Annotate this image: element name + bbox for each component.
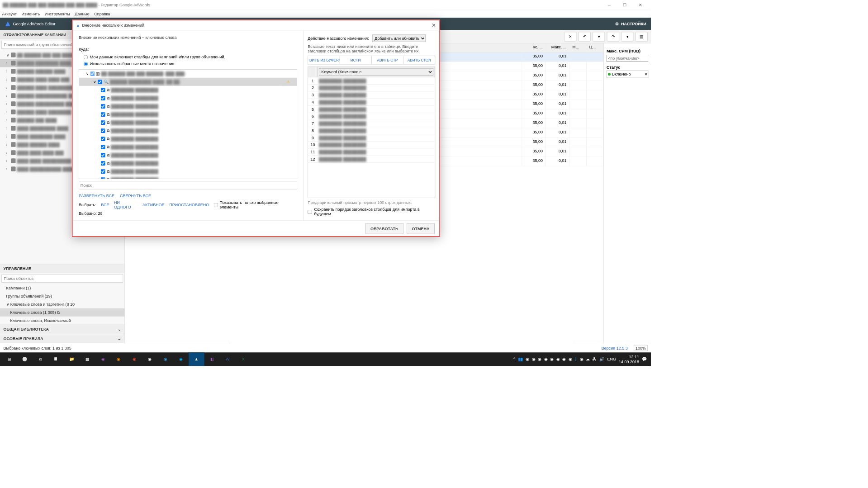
select-none-link[interactable]: НИ ОДНОГО (114, 200, 138, 210)
tree-item[interactable]: ⧉ ████████ ████████ (79, 86, 297, 94)
tree-item[interactable]: ⧉ ████████ ████████ (79, 127, 297, 135)
taskview-icon[interactable]: ⧉ (33, 352, 48, 366)
status-select[interactable]: Включено▾ (607, 71, 648, 78)
telegram-icon[interactable]: ◉ (157, 352, 173, 366)
keyword-row[interactable]: 11████████ ████████ (308, 149, 435, 156)
menu-data[interactable]: Данные (75, 12, 90, 17)
library-title[interactable]: ОБЩАЯ БИБЛИОТЕКА⌄ (0, 325, 124, 334)
menu-account[interactable]: Аккаунт (2, 12, 17, 17)
keyword-row[interactable]: 10████████ ████████ (308, 142, 435, 149)
close-tool-button[interactable]: ✕ (564, 32, 576, 41)
explorer-icon[interactable]: 📁 (64, 352, 80, 366)
tree-item[interactable]: ⧉ ████████ ████████ (79, 175, 297, 179)
calculator-icon[interactable]: 🖩 (48, 352, 64, 366)
tree-item[interactable]: ⧉ ████████ ████████ (79, 135, 297, 143)
app-icon[interactable]: ◧ (204, 352, 220, 366)
tree-item[interactable]: ⧉ ████████ ████████ (79, 110, 297, 118)
adwords-task-icon[interactable]: ▲ (189, 352, 204, 366)
tray-people-icon[interactable]: 👥 (518, 357, 523, 362)
keyword-header-select[interactable]: Keyword (Ключевое с (319, 68, 433, 76)
sticky-icon[interactable]: ▦ (80, 352, 95, 366)
keyword-row[interactable]: 8████████ ████████ (308, 127, 435, 134)
keyword-row[interactable]: 12████████ ████████ (308, 156, 435, 163)
maximize-button[interactable]: ☐ (617, 0, 633, 10)
tray-icon[interactable]: ◉ (562, 357, 566, 362)
tray-icon[interactable]: ◉ (569, 357, 572, 362)
tree-item[interactable]: ⧉ ████████ ████████ (79, 94, 297, 102)
yandex-icon[interactable]: ◉ (126, 352, 142, 366)
tray-icon[interactable]: ◉ (550, 357, 554, 362)
mgmt-campaigns[interactable]: Кампании (1) (0, 284, 124, 292)
cancel-button[interactable]: ОТМЕНА (407, 223, 435, 234)
chrome-icon[interactable]: ◉ (142, 352, 158, 366)
tree-item[interactable]: ⧉ ████████ ████████ (79, 151, 297, 159)
tree-item[interactable]: ⧉ ████████ ████████ (79, 143, 297, 151)
zoom-indicator[interactable]: 100% (634, 345, 648, 351)
keyword-row[interactable]: 1████████ ████████ (308, 77, 435, 85)
radio-my-data[interactable]: Мои данные включают столбцы для кампаний… (84, 55, 298, 60)
tray-network-icon[interactable]: 🖧 (593, 357, 597, 362)
keyword-row[interactable]: 6████████ ████████ (308, 113, 435, 120)
keyword-row[interactable]: 4████████ ████████ (308, 99, 435, 106)
minimize-button[interactable]: ─ (602, 0, 617, 10)
expand-all-link[interactable]: РАЗВЕРНУТЬ ВСЕ (79, 194, 114, 199)
modal-close-button[interactable]: ✕ (432, 22, 436, 28)
excel-icon[interactable]: X (236, 352, 251, 366)
col-m[interactable]: М... (569, 43, 587, 52)
tree-search-input[interactable] (79, 181, 297, 190)
tray-cloud-icon[interactable]: ☁ (586, 357, 590, 362)
tray-icon[interactable]: ◉ (556, 357, 560, 362)
tree-item[interactable]: ⧉ ████████ ████████ (79, 159, 297, 167)
settings-button[interactable]: ⚙ НАСТРОЙКИ (615, 21, 646, 26)
start-button[interactable]: ⊞ (1, 352, 17, 366)
menu-tools[interactable]: Инструменты (45, 12, 70, 17)
col-max2[interactable]: Макс. ... (546, 43, 570, 52)
tray-chevron-icon[interactable]: ^ (513, 357, 515, 362)
cpm-input[interactable] (607, 55, 648, 62)
close-window-button[interactable]: ✕ (633, 0, 649, 10)
tray-notifications-icon[interactable]: 💬 (642, 357, 647, 362)
menu-edit[interactable]: Изменить (22, 12, 40, 17)
columns-button[interactable]: ▥ (636, 32, 648, 41)
mgmt-kw-targeting[interactable]: ∨ Ключевые слова и таргетинг (8 10 (0, 300, 124, 308)
radio-use-destinations[interactable]: Использовать выбранные места назначения: (84, 62, 298, 66)
save-order-checkbox[interactable]: Сохранить порядок заголовков столбцов дл… (308, 207, 435, 217)
action-select[interactable]: Добавить или обновить (372, 35, 426, 43)
keyword-row[interactable]: 7████████ ████████ (308, 120, 435, 128)
menu-help[interactable]: Справка (94, 12, 110, 17)
undo-button[interactable]: ↶ (579, 32, 591, 41)
mgmt-keywords[interactable]: Ключевые слова (1 305) ⧉ (0, 308, 124, 317)
col-max1[interactable]: кс. ... (522, 43, 546, 52)
tray-icon[interactable]: ◉ (532, 357, 536, 362)
keyword-row[interactable]: 2████████ ████████ (308, 85, 435, 92)
keyword-row[interactable]: 5████████ ████████ (308, 106, 435, 113)
tree-item[interactable]: ⧉ ████████ ████████ (79, 167, 297, 175)
tray-icon[interactable]: ◉ (526, 357, 529, 362)
show-only-selected-checkbox[interactable]: Показывать только выбранные элементы (214, 200, 297, 210)
redo-button[interactable]: ↷ (607, 32, 619, 41)
firefox-icon[interactable]: ◉ (111, 352, 127, 366)
tray-icon[interactable]: ◉ (580, 357, 583, 362)
tree-item[interactable]: ⧉ ████████ ████████ (79, 118, 297, 127)
clear-button[interactable]: ИСТИ (340, 56, 371, 64)
undo-dropdown[interactable]: ▾ (593, 32, 605, 41)
collapse-all-link[interactable]: СВЕРНУТЬ ВСЕ (120, 194, 151, 199)
keyword-row[interactable]: 3████████ ████████ (308, 92, 435, 99)
select-active-link[interactable]: АКТИВНОЕ (142, 203, 165, 208)
add-col-button[interactable]: АВИТЬ СТОЛ (403, 56, 435, 64)
viber-icon[interactable]: ◉ (95, 352, 111, 366)
redo-dropdown[interactable]: ▾ (621, 32, 633, 41)
add-row-button[interactable]: АВИТЬ СТР (372, 56, 403, 64)
mgmt-neg-keywords[interactable]: Ключевые слова, Исключаемый (0, 317, 124, 325)
tray-volume-icon[interactable]: 🔊 (599, 357, 604, 362)
skype-icon[interactable]: ◉ (173, 352, 189, 366)
tray-icon[interactable]: ◉ (544, 357, 548, 362)
mgmt-adgroups[interactable]: Группы объявлений (29) (0, 292, 124, 300)
rules-title[interactable]: ОСОБЫЕ ПРАВИЛА⌄ (0, 334, 124, 343)
col-c[interactable]: Ц... (587, 43, 604, 52)
paste-clipboard-button[interactable]: ВИТЬ ИЗ БУФЕРА ОБМ (308, 56, 340, 64)
destination-tree[interactable]: ∨▥██ ██████ ███ ███ ██████ (███ ███) ∨🔍█… (79, 69, 297, 179)
tray-bluetooth-icon[interactable]: ᛒ (574, 357, 577, 362)
select-paused-link[interactable]: ПРИОСТАНОВЛЕНО (169, 203, 209, 208)
search-icon[interactable]: ⚪ (17, 352, 33, 366)
